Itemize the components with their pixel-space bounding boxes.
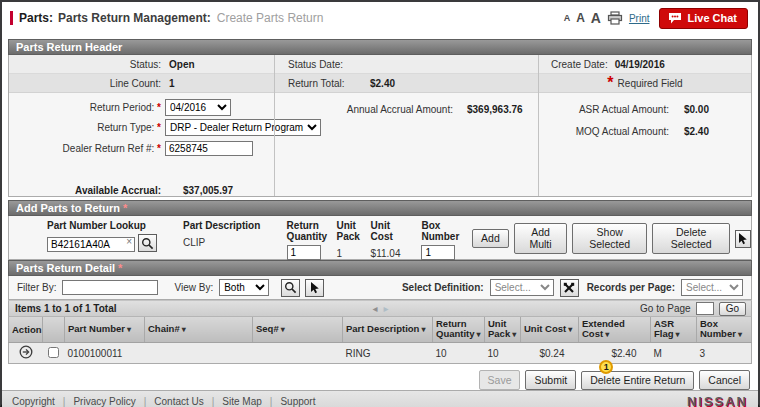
section-title: Add Parts to Return [16, 202, 120, 214]
app-window: Parts: Parts Return Management: Create P… [0, 0, 760, 407]
records-per-page-select[interactable]: Select... [681, 279, 743, 296]
table-header-row: Action Part Number▾ Chain#▾ Seq#▾ Part D… [9, 317, 752, 343]
delete-entire-return-button[interactable]: Delete Entire Return [581, 371, 694, 390]
font-size-large-button[interactable]: A [591, 11, 601, 25]
footer-link-support[interactable]: Support [272, 396, 323, 407]
sort-icon: ▾ [676, 330, 680, 339]
moq-actual-value: $2.40 [669, 126, 751, 137]
breadcrumb-parts: Parts: [19, 11, 53, 25]
box-number-input[interactable] [421, 245, 455, 260]
table-row: 0100100011 RING 10 10 $0.24 $2.40 M 3 [9, 343, 752, 364]
col-return-quantity[interactable]: Return Quantity▾ [433, 317, 485, 343]
clear-input-icon[interactable]: × [126, 236, 132, 247]
col-extended-cost[interactable]: Extended Cost▾ [579, 317, 651, 343]
go-to-page-label: Go to Page [640, 303, 691, 314]
show-selected-button[interactable]: Show Selected [572, 223, 647, 254]
cancel-button[interactable]: Cancel [699, 370, 750, 390]
part-number-lookup-label: Part Number Lookup [47, 220, 157, 231]
dealer-return-ref-label: Dealer Return Ref #: * [9, 143, 161, 154]
footer-link-copyright[interactable]: Copyright [12, 396, 63, 407]
add-multi-button[interactable]: Add Multi [514, 223, 568, 254]
unit-pack-value: 1 [337, 248, 365, 259]
row-select-checkbox[interactable] [48, 347, 59, 358]
moq-actual-label: MOQ Actual Amount: [539, 126, 669, 137]
dealer-return-ref-input[interactable] [165, 141, 253, 156]
col-select [43, 317, 65, 343]
font-size-small-button[interactable]: A [564, 14, 571, 23]
status-date-label: Status Date: [288, 59, 343, 70]
col-chain[interactable]: Chain#▾ [145, 317, 253, 343]
header-column-middle: Status Date: Return Total: $2.40 Annual … [274, 55, 538, 196]
go-to-page-input[interactable] [696, 302, 714, 315]
cell-part-number: 0100100011 [65, 343, 145, 364]
return-period-select[interactable]: 04/2016 [165, 99, 231, 116]
nissan-logo: NISSAN [687, 394, 748, 407]
delete-selected-button[interactable]: Delete Selected [652, 223, 730, 254]
return-total-value: $2.40 [370, 78, 395, 89]
col-asr-flag[interactable]: ASR Flag▾ [651, 317, 697, 343]
add-parts-body: Part Number Lookup × Part Description CL… [8, 216, 752, 260]
part-number-lookup-input[interactable] [47, 237, 135, 252]
cell-extended-cost: $2.40 [579, 343, 651, 364]
parts-return-detail-table: Action Part Number▾ Chain#▾ Seq#▾ Part D… [8, 317, 752, 364]
create-date-label: Create Date: [551, 59, 608, 70]
parts-return-header-body: Status: Open Line Count: 1 Return Period… [8, 55, 752, 197]
header-column-right: Create Date: 04/19/2016 * Required Field… [538, 55, 751, 196]
page-previous-icon[interactable]: ◂ [372, 303, 377, 314]
add-button[interactable]: Add [472, 229, 509, 248]
add-parts-title-bar: Add Parts to Return* [8, 200, 752, 216]
font-size-medium-button[interactable]: A [576, 12, 585, 24]
tools-icon [563, 282, 575, 294]
page-content: Parts Return Header Status: Open Line Co… [2, 34, 758, 390]
row-action-go-icon[interactable] [19, 345, 33, 359]
col-unit-pack[interactable]: Unit Pack▾ [485, 317, 521, 343]
detail-pointer-button[interactable] [305, 279, 324, 297]
select-pointer-button[interactable] [735, 230, 751, 248]
print-link[interactable]: Print [629, 13, 650, 24]
part-number-search-button[interactable] [138, 234, 157, 252]
col-box-number[interactable]: Box Number▾ [697, 317, 752, 343]
cell-unit-cost: $0.24 [521, 343, 579, 364]
section-title: Parts Return Detail [16, 262, 115, 274]
breadcrumb-section[interactable]: Parts Return Management: [58, 11, 211, 25]
unit-pack-label: Unit Pack [337, 220, 365, 242]
footer-link-contact-us[interactable]: Contact Us [146, 396, 211, 407]
unit-cost-value: $11.04 [371, 248, 408, 259]
status-value: Open [169, 59, 195, 70]
view-by-select[interactable]: Both [219, 279, 269, 296]
col-part-description[interactable]: Part Description▾ [343, 317, 433, 343]
save-button[interactable]: Save [479, 370, 521, 390]
sort-icon: ▾ [182, 325, 186, 334]
breadcrumb-page: Create Parts Return [217, 11, 324, 25]
return-quantity-input[interactable] [287, 245, 321, 260]
cursor-pointer-icon [737, 232, 749, 245]
sort-icon: ▾ [127, 325, 131, 334]
definition-tools-button[interactable] [560, 279, 579, 297]
col-seq[interactable]: Seq#▾ [253, 317, 343, 343]
filter-by-label: Filter By: [17, 282, 56, 293]
chat-bubble-icon [668, 12, 682, 24]
live-chat-button[interactable]: Live Chat [659, 8, 748, 29]
required-field-note: Required Field [618, 78, 683, 89]
col-action: Action [9, 317, 43, 343]
footer-link-site-map[interactable]: Site Map [214, 396, 269, 407]
go-button[interactable]: Go [719, 302, 746, 316]
sort-icon: ▾ [421, 325, 425, 334]
submit-button[interactable]: Submit [525, 370, 576, 390]
footer-link-privacy-policy[interactable]: Privacy Policy [65, 396, 143, 407]
detail-search-button[interactable] [281, 279, 300, 297]
page-next-icon[interactable]: ▸ [384, 303, 389, 314]
annual-accrual-label: Annual Accrual Amount: [275, 104, 453, 115]
select-definition-select[interactable]: Select... [490, 279, 554, 296]
filter-by-input[interactable] [62, 280, 158, 295]
col-part-number[interactable]: Part Number▾ [65, 317, 145, 343]
printer-icon [607, 11, 623, 25]
unit-cost-label: Unit Cost [371, 220, 408, 242]
sort-icon: ▾ [738, 330, 742, 339]
topbar-utilities: A A A Print Live Chat [564, 8, 748, 29]
cursor-pointer-icon [309, 281, 321, 294]
header-column-left: Status: Open Line Count: 1 Return Period… [9, 55, 274, 196]
asr-actual-value: $0.00 [669, 104, 751, 115]
line-count-value: 1 [169, 78, 175, 89]
col-unit-cost[interactable]: Unit Cost▾ [521, 317, 579, 343]
